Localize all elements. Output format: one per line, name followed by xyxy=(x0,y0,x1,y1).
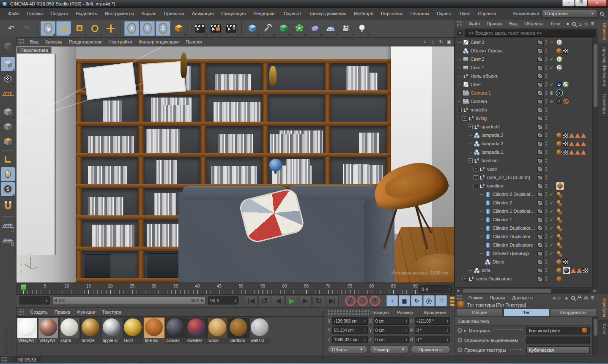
menu-item[interactable]: Справка xyxy=(474,11,500,16)
material-phong-tags[interactable] xyxy=(556,208,563,215)
add-primitive-button[interactable] xyxy=(245,21,260,36)
menu-item[interactable]: Правка xyxy=(483,21,506,26)
visibility-toggles[interactable] xyxy=(543,190,548,198)
material-item[interactable]: canvas xyxy=(165,318,186,344)
tree-row[interactable]: Свет✓ xyxy=(455,80,598,89)
menu-item[interactable]: Представление xyxy=(66,39,106,44)
timeline-ruler[interactable]: 051015202530354045505560657075808590 0 K… xyxy=(16,283,455,295)
add-environment-button[interactable] xyxy=(323,21,338,36)
object-name[interactable]: Свет.3 xyxy=(469,40,536,45)
visibility-toggles[interactable] xyxy=(543,63,548,72)
stepper-icon[interactable]: ▲▼ xyxy=(446,319,449,323)
lock-x-toggle[interactable]: X xyxy=(124,21,139,36)
selection-tag[interactable] xyxy=(569,141,574,146)
layer-toggle[interactable] xyxy=(536,207,543,215)
side-tab[interactable]: Браузер (Информат xyxy=(598,44,608,90)
visibility-toggles[interactable] xyxy=(543,139,548,148)
material-phong-tags[interactable] xyxy=(556,242,563,248)
object-name[interactable]: tavolino xyxy=(486,183,536,188)
object-name[interactable]: Объект Сфера xyxy=(469,48,536,53)
search-icon[interactable] xyxy=(572,22,576,26)
object-name[interactable]: Camera xyxy=(469,99,536,104)
visibility-toggles[interactable] xyxy=(543,148,548,156)
enable-axis-button[interactable] xyxy=(1,152,15,166)
menu-overflow-icon[interactable]: ▶ xyxy=(567,22,570,26)
timeline-range-slider[interactable]: ◀ 0 K 90 K ▶ xyxy=(52,296,205,305)
menu-item[interactable]: Скульпт xyxy=(280,11,305,16)
light-tag[interactable] xyxy=(556,56,562,62)
clear-search-icon[interactable]: ✕ xyxy=(457,30,463,36)
layer-toggle[interactable] xyxy=(536,266,543,274)
visibility-toggles[interactable] xyxy=(543,106,548,114)
workplane-snap-button[interactable]: ↻ xyxy=(1,233,15,247)
go-to-previous-key-button[interactable]: ↺ xyxy=(258,295,271,306)
polygons-mode-button[interactable] xyxy=(1,134,15,148)
layer-toggle[interactable] xyxy=(536,114,543,122)
side-tab[interactable]: Атрибуты xyxy=(598,295,608,321)
selection-tag[interactable] xyxy=(575,150,580,155)
position-field[interactable]: 1089.327 cm▲▼ xyxy=(332,336,368,343)
field-value-link[interactable]: fine wood plate xyxy=(526,327,590,334)
material-phong-tags[interactable] xyxy=(556,200,563,206)
tree-row[interactable]: +L0quadretti xyxy=(455,122,598,131)
tree-row[interactable]: lampada.2 xyxy=(455,139,598,148)
expander-icon[interactable]: + xyxy=(468,125,473,129)
render-settings-button[interactable]: ✱ xyxy=(224,21,238,36)
render-view-button[interactable] xyxy=(192,21,207,36)
menu-item[interactable]: Каркас xyxy=(137,11,160,16)
menu-item[interactable]: Окно xyxy=(456,11,474,16)
tree-row[interactable]: Cilindro Duplicatore.2✓ xyxy=(455,224,598,232)
panel-grip-icon[interactable] xyxy=(2,357,8,363)
close-button[interactable]: x xyxy=(588,0,607,6)
add-camera-button[interactable] xyxy=(339,21,353,36)
tree-row[interactable]: −L0tavolino xyxy=(455,156,598,165)
layer-toggle[interactable] xyxy=(536,249,543,258)
tree-row[interactable]: Cilindro Duplicatore.1✓ xyxy=(455,232,598,241)
visibility-toggles[interactable] xyxy=(543,122,548,131)
viewport-3d-scene[interactable]: Y Z X Перспектива Интервал растра : 1000… xyxy=(16,46,454,283)
light-tag[interactable] xyxy=(563,81,569,87)
layer-toggle[interactable] xyxy=(536,63,543,72)
redo-button[interactable]: ↷ xyxy=(19,21,34,36)
go-to-start-button[interactable]: |◀ xyxy=(245,295,257,306)
position-field[interactable]: 55.134 cm▲▼ xyxy=(332,326,368,334)
material-item[interactable]: Gold xyxy=(123,318,143,344)
side-tab[interactable]: Слои xyxy=(598,321,608,338)
rotation-field[interactable]: -121.05 °▲▼ xyxy=(415,317,450,325)
pla-key-toggle[interactable]: ∷ xyxy=(435,295,447,306)
size-field[interactable]: 0 cm▲▼ xyxy=(374,336,409,343)
tree-row[interactable]: −L0modello xyxy=(455,106,598,114)
panel-grip-icon[interactable] xyxy=(18,309,24,315)
enable-state-icon[interactable]: ✓ xyxy=(548,57,555,62)
panel-grip-icon[interactable] xyxy=(18,39,24,45)
rotation-key-toggle[interactable]: ↻ xyxy=(411,295,422,306)
material-tag[interactable] xyxy=(556,141,562,147)
rotation-field[interactable]: 0 °▲▼ xyxy=(415,326,450,334)
menu-item[interactable]: Текстура xyxy=(99,310,124,315)
material-phong-tags[interactable] xyxy=(556,191,563,198)
object-name[interactable]: tavolino xyxy=(480,158,536,163)
material-phong-tags[interactable] xyxy=(556,225,563,231)
tree-row[interactable]: Camera.1⊕ xyxy=(455,89,598,97)
tree-row[interactable]: Свет.2✓ xyxy=(455,55,598,63)
selection-tag[interactable] xyxy=(577,268,582,273)
object-name[interactable]: rose_02_03 (0.32 m) xyxy=(486,175,536,180)
object-name[interactable]: lampada.2 xyxy=(480,141,536,146)
add-light-button[interactable] xyxy=(354,21,369,36)
menu-item[interactable]: Скрипт xyxy=(433,11,456,16)
object-name[interactable]: sedia Duplicatore xyxy=(475,276,536,281)
material-item[interactable]: wall 03 xyxy=(249,318,270,344)
visibility-toggles[interactable] xyxy=(543,72,548,80)
target-tag[interactable] xyxy=(556,82,562,87)
history-forward-icon[interactable]: ▶ xyxy=(558,295,561,301)
edges-mode-button[interactable] xyxy=(1,120,15,133)
tree-row[interactable]: lampada.1 xyxy=(455,148,598,156)
menu-item[interactable]: Рендеринг xyxy=(249,11,280,16)
enable-state-icon[interactable]: ✓ xyxy=(548,251,555,256)
menu-item[interactable]: MoGraph xyxy=(350,11,377,16)
layer-toggle[interactable] xyxy=(536,215,543,224)
tree-row[interactable]: Camera⊕ xyxy=(455,97,598,106)
focus-icon[interactable]: ◎ xyxy=(584,295,588,301)
tree-row[interactable]: +L0sedia Duplicatore xyxy=(455,274,598,283)
uvw-tag[interactable] xyxy=(583,268,588,273)
